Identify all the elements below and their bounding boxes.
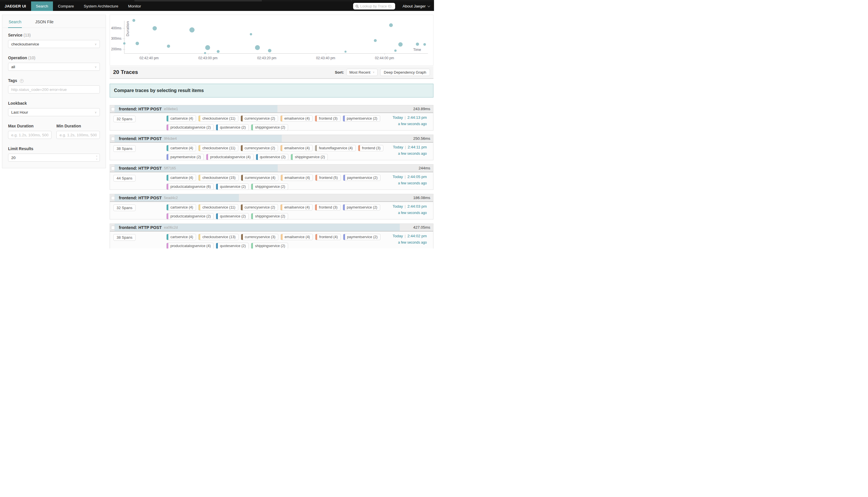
tags-label: Tags ? — [8, 78, 100, 83]
service-tag-paymentservice: paymentservice (2) — [166, 154, 204, 160]
trace-scatter-point[interactable] — [423, 43, 426, 46]
trace-scatter-point[interactable] — [132, 19, 135, 22]
search-icon — [355, 4, 359, 8]
trace-result-card[interactable]: frontend: HTTP POST 5ead4c2 186.08ms 32 … — [110, 194, 433, 219]
service-tag-cartservice: cartservice (4) — [166, 204, 196, 211]
service-tag-list: cartservice (4)checkoutservice (13)curre… — [166, 234, 392, 248]
trace-duration: 250.56ms — [413, 135, 430, 142]
service-tag-cartservice: cartservice (4) — [166, 234, 196, 240]
trace-select-checkbox[interactable] — [111, 196, 115, 200]
service-tag-paymentservice: paymentservice (2) — [343, 234, 380, 240]
service-tag-productcatalogservice: productcatalogservice (2) — [166, 213, 213, 219]
tab-search[interactable]: Search — [8, 19, 22, 28]
trace-scatter-point[interactable] — [123, 42, 125, 45]
span-count-chip: 38 Spans — [113, 145, 136, 152]
trace-scatter-point[interactable] — [398, 42, 403, 46]
max-duration-label: Max Duration — [8, 124, 52, 128]
service-tag-checkoutservice: checkoutservice (13) — [198, 234, 238, 240]
trace-scatter-point[interactable] — [394, 49, 396, 52]
service-tag-cartservice: cartservice (4) — [166, 174, 196, 181]
nav-item-search[interactable]: Search — [31, 1, 53, 11]
trace-scatter-point[interactable] — [205, 45, 210, 50]
tags-input[interactable] — [11, 87, 97, 92]
navbar-right: About Jaeger — [353, 1, 434, 11]
lookback-select[interactable]: Last Hour ∨ — [8, 108, 100, 116]
trace-id-search[interactable] — [353, 3, 395, 10]
trace-date-link[interactable]: Today — [393, 115, 403, 120]
trace-scatter-point[interactable] — [136, 42, 139, 45]
min-duration-input[interactable] — [59, 133, 97, 137]
trace-scatter-point[interactable] — [416, 43, 419, 46]
y-axis-line — [124, 21, 125, 54]
trace-scatter-point[interactable] — [268, 49, 271, 52]
nav-item-monitor[interactable]: Monitor — [123, 1, 146, 11]
nav-item-compare[interactable]: Compare — [53, 1, 79, 11]
trace-timestamp: Today|2:44:13 pm a few seconds ago — [393, 115, 427, 126]
compare-banner-text: Compare traces by selecting result items — [114, 88, 204, 93]
trace-select-checkbox[interactable] — [111, 226, 115, 229]
service-tag-shippingservice: shippingservice (2) — [251, 124, 288, 131]
service-tag-shippingservice: shippingservice (2) — [251, 243, 288, 248]
min-duration-wrap — [56, 131, 100, 139]
operation-select[interactable]: all ∨ — [8, 63, 100, 71]
lookback-label: Lookback — [8, 101, 100, 105]
y-tick-label: 200ms — [110, 47, 122, 51]
service-tag-frontend: frontend (3) — [315, 204, 340, 211]
trace-select-checkbox[interactable] — [111, 107, 115, 111]
trace-select-checkbox[interactable] — [111, 137, 115, 141]
trace-scatter-point[interactable] — [255, 45, 260, 50]
trace-result-card[interactable]: frontend: HTTP POST 9f4cbe4 250.56ms 38 … — [110, 134, 433, 160]
limit-results-input[interactable] — [11, 156, 97, 160]
sort-select[interactable]: Most Recent ∨ — [347, 69, 378, 76]
chevron-down-icon: ∨ — [95, 43, 97, 46]
service-tag-currencyservice: currencyservice (2) — [241, 115, 278, 122]
trace-time-link[interactable]: 2:44:03 pm — [407, 204, 427, 209]
trace-date-link[interactable]: Today — [393, 145, 403, 149]
trace-title: frontend: HTTP POST — [119, 136, 162, 141]
trace-result-card[interactable]: frontend: HTTP POST e08ebe1 243.89ms 32 … — [110, 105, 433, 131]
tab-json-file[interactable]: JSON File — [34, 19, 54, 28]
trace-date-link[interactable]: Today — [393, 174, 403, 179]
trace-time-link[interactable]: 2:44:05 pm — [407, 174, 427, 179]
trace-scatter-point[interactable] — [204, 52, 206, 54]
about-jaeger-menu[interactable]: About Jaeger — [403, 4, 430, 8]
chevron-down-icon — [428, 4, 430, 7]
trace-result-card[interactable]: frontend: HTTP POST ea06c2d 427.05ms 38 … — [110, 224, 433, 248]
span-count-chip: 44 Spans — [113, 175, 136, 182]
service-tag-emailservice: emailservice (4) — [280, 115, 312, 122]
max-duration-input[interactable] — [11, 133, 48, 137]
help-icon[interactable]: ? — [20, 79, 24, 83]
trace-card-header: frontend: HTTP POST ea06c2d 427.05ms — [110, 224, 433, 231]
service-tag-checkoutservice: checkoutservice (11) — [198, 204, 238, 211]
number-stepper[interactable]: ⌃⌄ — [96, 154, 98, 161]
trace-duration: 243.89ms — [413, 105, 430, 112]
service-tag-paymentservice: paymentservice (2) — [343, 115, 380, 122]
trace-scatter-point[interactable] — [153, 26, 157, 30]
trace-scatter-point[interactable] — [250, 33, 252, 36]
service-tag-list: cartservice (4)checkoutservice (11)curre… — [166, 204, 392, 219]
trace-select-checkbox[interactable] — [111, 167, 115, 170]
service-tag-checkoutservice: checkoutservice (11) — [198, 115, 238, 122]
trace-scatter-point[interactable] — [167, 45, 170, 48]
trace-scatter-point[interactable] — [217, 50, 220, 53]
service-tag-list: cartservice (4)checkoutservice (15)curre… — [166, 174, 392, 190]
deep-dependency-graph-button[interactable]: Deep Dependency Graph — [380, 69, 430, 76]
service-select[interactable]: checkoutservice ∨ — [8, 40, 100, 48]
trace-date-link[interactable]: Today — [393, 204, 403, 209]
trace-scatter-point[interactable] — [190, 27, 195, 32]
x-tick-label: 02:44:00 pm — [370, 56, 399, 60]
trace-scatter-point[interactable] — [345, 51, 347, 53]
service-tag-checkoutservice: checkoutservice (11) — [198, 145, 238, 151]
trace-date-link[interactable]: Today — [393, 234, 403, 238]
trace-time-link[interactable]: 2:44:11 pm — [407, 145, 427, 149]
trace-result-card[interactable]: frontend: HTTP POST 5ff7165 244ms 44 Spa… — [110, 164, 433, 190]
find-traces-button[interactable]: Find Traces — [73, 168, 100, 168]
trace-time-link[interactable]: 2:44:13 pm — [407, 115, 427, 120]
nav-item-system-architecture[interactable]: System Architecture — [79, 1, 123, 11]
trace-scatter-point[interactable] — [389, 23, 393, 27]
limit-results-label: Limit Results — [8, 146, 100, 151]
nav-menu: SearchCompareSystem ArchitectureMonitor — [31, 1, 146, 11]
trace-id-input[interactable] — [360, 4, 393, 8]
trace-time-link[interactable]: 2:44:02 pm — [407, 234, 427, 238]
trace-scatter-point[interactable] — [374, 39, 377, 42]
